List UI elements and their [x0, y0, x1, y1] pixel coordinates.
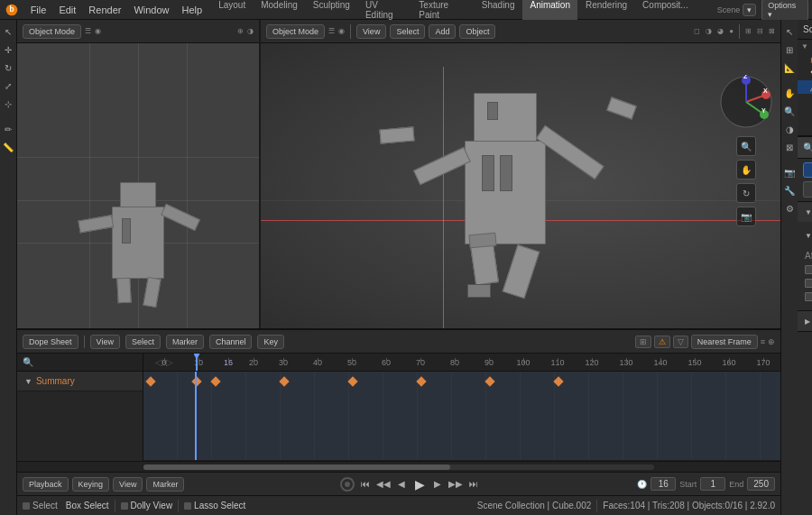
vp-shading-solid[interactable]: ◑	[706, 27, 712, 35]
menu-window[interactable]: Window	[128, 3, 174, 17]
start-frame[interactable]: 1	[700, 477, 725, 491]
play-btn[interactable]: ▶	[412, 477, 427, 492]
ds-extra1[interactable]: ≡	[761, 337, 765, 346]
rt-tool8[interactable]: 📷	[781, 164, 798, 180]
scene-select[interactable]: ▾	[743, 4, 756, 16]
main-vp-object-btn[interactable]: Object	[459, 24, 495, 39]
dopesheet-select[interactable]: Select	[125, 335, 161, 349]
rt-tool7[interactable]: ⊠	[781, 139, 798, 155]
left-vp-mode[interactable]: Object Mode	[23, 24, 81, 39]
playback-menu[interactable]: Playback	[23, 477, 69, 492]
zoom-icon[interactable]: 🔍	[736, 136, 756, 156]
main-vp-mode[interactable]: Object Mode	[266, 24, 325, 39]
navigation-gizmo[interactable]: X Y Z	[719, 75, 773, 129]
left-vp-options[interactable]: ◉	[95, 27, 101, 35]
transform-header[interactable]: ▼ Transform	[805, 225, 812, 245]
outliner-collection[interactable]: 📦 Collection 👁 ▷	[798, 53, 812, 67]
vp-gizmos-btn[interactable]: ⊟	[757, 27, 763, 35]
view-menu[interactable]: View	[113, 477, 143, 492]
tool-move[interactable]: ✛	[0, 41, 16, 58]
rt-tool6[interactable]: ◑	[781, 121, 798, 137]
ds-filter-icon[interactable]: ▽	[673, 336, 688, 348]
tool-rotate[interactable]: ↻	[0, 60, 16, 76]
vp-shading-render[interactable]: ●	[729, 27, 734, 35]
main-vp-select-btn[interactable]: Select	[390, 24, 425, 39]
ds-sync-icon[interactable]: ⊞	[635, 336, 651, 348]
tool-scale[interactable]: ⤢	[0, 78, 16, 94]
jump-start-btn[interactable]: ⏮	[358, 477, 373, 492]
ds-extra2[interactable]: ⊕	[768, 337, 775, 346]
summary-track[interactable]: ▼ Summary	[17, 372, 143, 391]
rotate-view-icon[interactable]: ↻	[736, 183, 756, 203]
ds-warning-icon[interactable]: ⚠	[654, 336, 670, 348]
viewport-left[interactable]: Object Mode ☰ ◉ ⊕ ◑	[17, 20, 261, 328]
record-btn[interactable]	[340, 477, 355, 492]
locations-checkbox[interactable]	[805, 279, 812, 288]
tab-modeling[interactable]: Modeling	[254, 0, 305, 22]
vp-shading-mat[interactable]: ◕	[717, 27, 724, 35]
rt-tool2[interactable]: ⊞	[781, 41, 798, 58]
timeline-scrollbar[interactable]	[17, 461, 780, 472]
main-vp-menu-icon[interactable]: ☰	[328, 27, 335, 35]
tab-layout[interactable]: Layout	[211, 0, 253, 22]
viewport-main[interactable]: Object Mode ☰ ◉ View Select Add Object ◻…	[261, 20, 780, 328]
track-collapse[interactable]: ▼	[24, 377, 32, 386]
tab-rendering[interactable]: Rendering	[578, 0, 634, 22]
rt-tool9[interactable]: 🔧	[781, 182, 798, 198]
left-vp-extra[interactable]: ⊕	[237, 27, 244, 35]
dopesheet-marker[interactable]: Marker	[166, 335, 204, 349]
end-frame[interactable]: 250	[747, 477, 775, 491]
tab-compositing[interactable]: Composit...	[635, 0, 696, 22]
next-keyframe-btn[interactable]: ▶▶	[448, 477, 463, 492]
tab-animation[interactable]: Animation	[522, 0, 577, 22]
dopesheet-channel[interactable]: Channel	[209, 335, 253, 349]
outliner-skeleton[interactable]: 🦴 Skeleton 👁 ▷	[798, 67, 812, 80]
pan-icon[interactable]: ✋	[736, 160, 756, 179]
tab-shading[interactable]: Shading	[475, 0, 522, 22]
vp-pie[interactable]: ⊞	[745, 27, 752, 35]
rt-tool3[interactable]: 📐	[781, 60, 798, 76]
main-vp-view-btn[interactable]: View	[356, 24, 386, 39]
options-header[interactable]: ▼ Options	[798, 202, 812, 222]
rt-tool10[interactable]: ⚙	[781, 200, 798, 216]
prev-keyframe-btn[interactable]: ◀◀	[376, 477, 391, 492]
workspace-header[interactable]: ▶ Workspace	[798, 311, 812, 331]
tool-measure[interactable]: 📏	[0, 139, 16, 155]
vp-shading-wire[interactable]: ◻	[694, 27, 700, 35]
prev-frame-btn[interactable]: ◀	[394, 477, 409, 492]
tab-uv-editing[interactable]: UV Editing	[358, 0, 411, 22]
tab-sculpting[interactable]: Sculpting	[306, 0, 357, 22]
left-vp-view-icon[interactable]: ☰	[85, 27, 91, 35]
main-vp-add-btn[interactable]: Add	[429, 24, 456, 39]
vp-overlays-btn[interactable]: ⊠	[769, 27, 775, 35]
options-button[interactable]: Options ▾	[761, 0, 808, 21]
blender-logo[interactable]: b	[4, 2, 20, 18]
menu-render[interactable]: Render	[83, 3, 126, 17]
outliner-meshcharacter[interactable]: △ MeshCharacter 👁 ▷	[798, 80, 812, 94]
rt-tool4[interactable]: ✋	[781, 85, 798, 101]
origins-checkbox[interactable]	[805, 265, 812, 274]
left-vp-shading[interactable]: ◑	[247, 27, 254, 35]
current-frame-display[interactable]: 16	[651, 477, 676, 491]
marker-menu[interactable]: Marker	[146, 477, 184, 492]
keying-menu[interactable]: Keying	[72, 477, 110, 492]
dopesheet-view[interactable]: View	[90, 335, 120, 349]
next-frame-btn[interactable]: ▶	[430, 477, 445, 492]
parents-checkbox[interactable]	[805, 292, 812, 301]
rt-tool5[interactable]: 🔍	[781, 103, 798, 119]
select-mode-box[interactable]: □	[803, 181, 812, 198]
tab-texture-paint[interactable]: Texture Paint	[411, 0, 473, 22]
tool-cursor[interactable]: ↖	[0, 23, 16, 40]
camera-view-icon[interactable]: 📷	[736, 207, 756, 226]
menu-edit[interactable]: Edit	[53, 3, 81, 17]
timeline-tracks[interactable]	[143, 372, 780, 461]
main-vp-overlay[interactable]: ◉	[338, 27, 345, 35]
outliner-scene-collection[interactable]: ▼ 📁 Scene Collection 👁 ▷	[798, 40, 812, 53]
rt-select-tool[interactable]: ↖	[781, 23, 798, 40]
ds-frame-type[interactable]: Nearest Frame	[691, 335, 758, 349]
tool-transform[interactable]: ⊹	[0, 96, 16, 112]
dopesheet-type[interactable]: Dope Sheet	[23, 335, 78, 349]
timeline-search-input[interactable]	[37, 357, 152, 367]
jump-end-btn[interactable]: ⏭	[466, 477, 481, 492]
dopesheet-key[interactable]: Key	[257, 335, 284, 349]
